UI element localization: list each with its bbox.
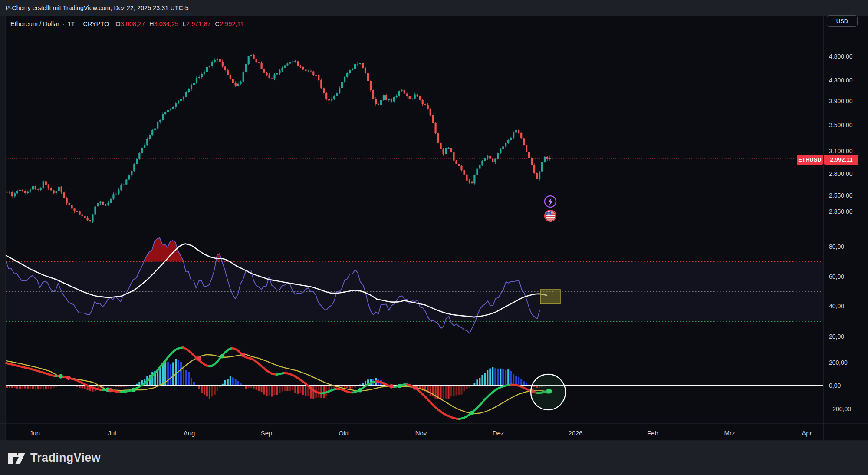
time-axis-label: Jul — [108, 429, 116, 437]
price-axis-label: 3.900,00 — [829, 98, 853, 105]
time-axis-label: Jun — [30, 429, 40, 437]
price-axis-label: 2.350,00 — [829, 208, 853, 215]
time-axis-label: Dez — [493, 429, 504, 437]
time-axis-label: Feb — [647, 429, 658, 437]
price-axis-label: 3.100,00 — [829, 148, 853, 155]
price-axis-label: 4.800,00 — [829, 53, 853, 60]
chart-svg — [0, 0, 868, 475]
lightning-icon — [545, 196, 556, 207]
price-axis-label: 80,00 — [829, 243, 844, 250]
interval-label[interactable]: 1T — [68, 20, 75, 27]
price-axis-label: 2.800,00 — [829, 170, 853, 177]
price-axis-label: 3.500,00 — [829, 122, 853, 129]
time-axis-label: Apr — [802, 429, 812, 437]
time-axis-label: Nov — [415, 429, 427, 437]
market-label: CRYPTO — [83, 20, 109, 27]
ohlc-values: O3.008,27 H3.034,25 L2.971,87 C2.992,11 — [115, 20, 243, 27]
currency-button[interactable]: USD — [827, 15, 858, 27]
footer-bar: TradingView — [0, 441, 868, 475]
last-price-badge: 2.992,11 — [824, 155, 858, 165]
tradingview-brand-text[interactable]: TradingView — [30, 451, 101, 465]
price-axis-label: 40,00 — [829, 303, 844, 310]
symbol-title[interactable]: Ethereum / Dollar — [10, 20, 59, 27]
time-axis-label: Sep — [261, 429, 273, 437]
price-axis-label: −200,00 — [829, 406, 851, 412]
tradingview-snapshot: { "attribution": {"text": "P-Cherry erst… — [0, 0, 868, 475]
us-flag-icon — [545, 210, 556, 221]
chart-canvas[interactable] — [0, 0, 868, 475]
attribution-text: P-Cherry erstellt mit TradingView.com, D… — [0, 4, 189, 11]
time-axis-label: Okt — [339, 429, 349, 437]
separator-dot: · — [62, 20, 65, 27]
time-axis-label: 2026 — [568, 429, 582, 437]
attribution-bar: P-Cherry erstellt mit TradingView.com, D… — [0, 0, 868, 16]
time-axis-label: Mrz — [724, 429, 735, 437]
symbol-badge: ETHUSD — [797, 155, 823, 165]
price-axis-label: 60,00 — [829, 273, 844, 280]
separator-dot: · — [78, 20, 80, 27]
price-axis-label: 200,00 — [829, 359, 848, 366]
tradingview-logo-icon[interactable] — [7, 449, 26, 467]
price-axis-label: 4.300,00 — [829, 77, 853, 84]
symbol-header: Ethereum / Dollar · 1T · CRYPTO O3.008,2… — [10, 19, 243, 29]
price-axis-label: 20,00 — [829, 333, 844, 340]
price-axis-label: 0,00 — [829, 382, 841, 389]
time-axis-label: Aug — [184, 429, 195, 437]
price-axis-label: 2.550,00 — [829, 192, 853, 199]
